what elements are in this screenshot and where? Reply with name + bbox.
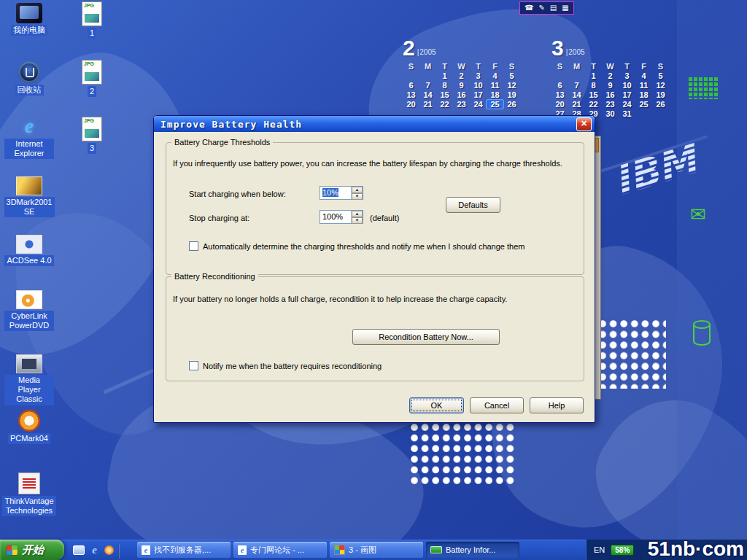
calendar-day: 23	[602, 100, 619, 109]
dots-pattern-small	[598, 319, 666, 389]
stop-charging-value[interactable]: 100%	[320, 211, 351, 223]
help-button[interactable]: Help	[530, 397, 584, 413]
calendar-day-header: S	[403, 62, 419, 71]
desktop-icon-recycle-bin[interactable]: 回收站	[4, 61, 54, 96]
calendar-day-header: M	[419, 62, 436, 71]
dots-pattern-large	[410, 423, 517, 486]
paint-icon	[334, 545, 345, 555]
desktop-icon-thinkvantage[interactable]: ThinkVantage Technologies	[4, 472, 54, 516]
desktop-icon-powerdvd[interactable]: CyberLink PowerDVD	[4, 290, 54, 331]
auto-determine-label: Automatically determine the charging thr…	[203, 242, 525, 251]
calendar-day: 26	[503, 100, 520, 109]
desktop-icon-label: PCMark04	[8, 433, 50, 444]
calendar-day: 5	[652, 71, 669, 80]
calendar-day: 22	[585, 100, 602, 109]
desktop-icon-label: 2	[88, 86, 96, 97]
ie-page-icon: e	[238, 545, 247, 555]
tray-battery-indicator[interactable]: 58%	[611, 545, 634, 556]
task-label: 找不到服务器,...	[154, 545, 211, 556]
task-label: 专门网论坛 - ...	[250, 545, 304, 556]
desktop-icon-acdsee[interactable]: ACDSee 4.0	[4, 235, 54, 266]
start-button[interactable]: 开始	[0, 540, 64, 560]
pen-icon[interactable]: ✎	[538, 3, 544, 13]
internet-explorer-quicklaunch-icon[interactable]: e	[89, 545, 100, 556]
desktop-file-2[interactable]: 2	[67, 60, 117, 97]
start-charging-value[interactable]: 10%	[320, 187, 351, 199]
grid-icon	[689, 77, 719, 102]
calendar-day: 20	[551, 100, 568, 109]
desktop-icon-label: 3DMark2001 SE	[4, 197, 55, 217]
calendar-day: 12	[503, 81, 520, 90]
start-charging-label: Start charging when below:	[189, 190, 286, 198]
spin-up-icon[interactable]: ▲	[352, 211, 363, 217]
recycle-bin-icon	[18, 61, 40, 83]
grid-small-icon[interactable]: ▦	[562, 3, 568, 13]
media-player-quicklaunch-icon[interactable]	[104, 545, 114, 555]
calendar-day: 4	[635, 71, 652, 80]
calendar-day-header: S	[652, 62, 669, 71]
ie-page-icon: e	[142, 545, 150, 555]
spin-up-icon[interactable]: ▲	[352, 187, 363, 193]
calendar-day: 14	[568, 90, 585, 99]
calendar-day: 11	[487, 81, 503, 90]
cylinder-icon	[692, 319, 712, 350]
spin-down-icon[interactable]: ▼	[352, 217, 363, 224]
calendar-day: 23	[453, 100, 470, 109]
start-charging-spinner[interactable]: 10% ▲ ▼	[320, 186, 363, 200]
dialog-body: Battery Charge Thresholds If you infrequ…	[154, 132, 595, 422]
show-desktop-icon[interactable]	[73, 545, 85, 555]
calendar-header: 2 2005	[403, 38, 520, 58]
auto-determine-checkbox[interactable]	[189, 241, 198, 251]
cancel-button[interactable]: Cancel	[470, 397, 524, 413]
phone-icon[interactable]: ☎	[525, 3, 533, 13]
defaults-button[interactable]: Defaults	[446, 197, 500, 213]
desktop-icon-media-player-classic[interactable]: Media Player Classic	[4, 354, 54, 405]
floating-toolbar[interactable]: ☎ ✎ ▤ ▦	[519, 1, 574, 15]
calendar-day: 13	[403, 90, 419, 99]
desktop-icon-internet-explorer[interactable]: Internet Explorer	[4, 115, 54, 159]
jpg-file-icon	[82, 60, 102, 85]
task-button-paint[interactable]: 3 - 画图	[330, 542, 423, 558]
calendar-year: 2005	[417, 48, 436, 58]
calendar-grid: SMTWTFS123456789101112131415161718192021…	[403, 62, 520, 109]
desktop-icon-3dmark2001[interactable]: 3DMark2001 SE	[4, 176, 54, 217]
desktop-icon-pcmark04[interactable]: PCMark04	[4, 410, 54, 444]
envelope-icon: ✉	[690, 205, 706, 224]
task-button-battery-information[interactable]: Battery Infor...	[426, 542, 519, 558]
calendar-day: 25	[635, 100, 652, 109]
stop-charging-label: Stop charging at:	[189, 214, 249, 222]
recondition-battery-button[interactable]: Recondition Battery Now...	[352, 329, 500, 345]
notify-reconditioning-checkbox[interactable]	[189, 361, 198, 370]
stop-charging-spinner[interactable]: 100% ▲ ▼	[320, 210, 363, 224]
language-indicator[interactable]: EN	[594, 545, 605, 554]
calendar-day: 19	[503, 90, 520, 99]
calendar-day: 8	[585, 81, 602, 90]
desktop-icon-my-computer[interactable]: 我的电脑	[4, 3, 54, 36]
group-title: Battery Reconditioning	[171, 272, 258, 281]
dialog-title: Improve Battery Health	[160, 119, 576, 130]
ok-button[interactable]: OK	[409, 397, 464, 413]
desktop-icon-label: ACDSee 4.0	[4, 255, 53, 266]
desktop-file-3[interactable]: 3	[67, 117, 117, 154]
selected-value: 10%	[322, 188, 338, 197]
desktop-icon-label: 回收站	[15, 85, 44, 96]
calendar-day: 15	[436, 90, 453, 99]
task-button-forum[interactable]: e 专门网论坛 - ...	[233, 542, 327, 558]
thinkvantage-icon	[18, 472, 40, 494]
notify-reconditioning-label: Notify me when the battery requires reco…	[203, 362, 382, 370]
calendar-day: 6	[403, 81, 419, 90]
task-buttons: e 找不到服务器,... e 专门网论坛 - ... 3 - 画图 Batter…	[127, 540, 519, 560]
list-icon[interactable]: ▤	[550, 3, 557, 13]
calendar-day-header: M	[568, 62, 585, 71]
desktop-file-1[interactable]: 1	[67, 1, 117, 39]
desktop-icon-label: 我的电脑	[11, 25, 47, 36]
calendar-day: 9	[453, 81, 470, 90]
close-icon[interactable]: ✕	[576, 117, 592, 131]
calendar-day: 4	[487, 71, 503, 80]
task-button-server-not-found[interactable]: e 找不到服务器,...	[137, 542, 231, 558]
spin-down-icon[interactable]: ▼	[352, 193, 363, 200]
dialog-title-bar[interactable]: Improve Battery Health ✕	[154, 116, 595, 132]
calendar-day: 18	[635, 90, 652, 99]
calendar-day: 1	[585, 71, 602, 80]
jpg-file-icon	[82, 1, 102, 26]
